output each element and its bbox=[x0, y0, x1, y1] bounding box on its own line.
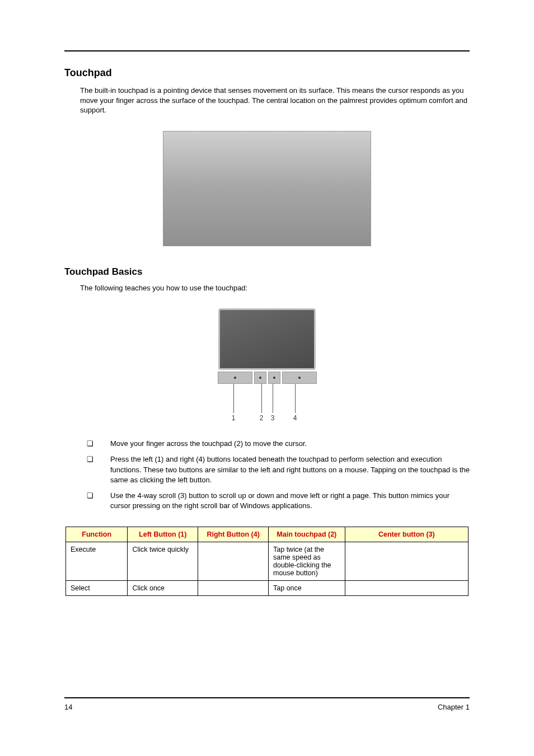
footer-divider bbox=[64, 697, 470, 698]
diagram-right-button bbox=[282, 372, 317, 384]
page-footer: 14 Chapter 1 bbox=[64, 697, 470, 711]
diagram-label-4: 4 bbox=[293, 414, 297, 422]
chapter-label: Chapter 1 bbox=[438, 703, 470, 711]
th-left-button: Left Button (1) bbox=[128, 527, 198, 542]
diagram-button-row bbox=[217, 372, 317, 384]
diagram-label-2: 2 bbox=[260, 414, 264, 422]
diagram-center-button-b bbox=[268, 372, 280, 384]
heading-touchpad-basics: Touchpad Basics bbox=[64, 266, 470, 278]
page: Touchpad The built-in touchpad is a poin… bbox=[0, 0, 534, 756]
diagram-label-1: 1 bbox=[232, 414, 236, 422]
th-function: Function bbox=[66, 527, 128, 542]
th-right-button: Right Button (4) bbox=[198, 527, 269, 542]
diagram-pointers: 1 2 3 4 bbox=[217, 384, 317, 423]
footer-row: 14 Chapter 1 bbox=[64, 703, 470, 711]
cell-center bbox=[345, 581, 468, 596]
table-row: Execute Click twice quickly Tap twice (a… bbox=[66, 542, 469, 581]
paragraph-touchpad-intro: The built-in touchpad is a pointing devi… bbox=[64, 86, 470, 115]
cell-main: Tap twice (at the same speed as double-c… bbox=[269, 542, 345, 581]
cell-function: Select bbox=[66, 581, 128, 596]
top-divider bbox=[64, 50, 470, 51]
figure-touchpad-photo bbox=[64, 131, 470, 246]
touchpad-function-table: Function Left Button (1) Right Button (4… bbox=[65, 527, 469, 596]
cell-left: Click once bbox=[128, 581, 198, 596]
th-main-touchpad: Main touchpad (2) bbox=[269, 527, 345, 542]
bullet-left-right: Press the left (1) and right (4) buttons… bbox=[80, 454, 470, 485]
cell-right bbox=[198, 542, 269, 581]
touchpad-basics-bullets: Move your finger across the touchpad (2)… bbox=[64, 439, 470, 511]
diagram-left-button bbox=[218, 372, 252, 384]
cell-main: Tap once bbox=[269, 581, 345, 596]
diagram-label-3: 3 bbox=[271, 414, 275, 422]
cell-left: Click twice quickly bbox=[128, 542, 198, 581]
bullet-move-cursor: Move your finger across the touchpad (2)… bbox=[80, 439, 470, 449]
paragraph-touchpad-basics-intro: The following teaches you how to use the… bbox=[64, 283, 470, 293]
diagram-touchpad-surface bbox=[218, 308, 316, 370]
diagram-center-button-a bbox=[254, 372, 266, 384]
bullet-4way-scroll: Use the 4-way scroll (3) button to scrol… bbox=[80, 491, 470, 511]
page-number: 14 bbox=[64, 703, 72, 711]
cell-right bbox=[198, 581, 269, 596]
heading-touchpad: Touchpad bbox=[64, 67, 470, 79]
table-row: Select Click once Tap once bbox=[66, 581, 469, 596]
touchpad-photo-placeholder bbox=[163, 131, 371, 246]
cell-center bbox=[345, 542, 468, 581]
th-center-button: Center button (3) bbox=[345, 527, 468, 542]
figure-touchpad-diagram: 1 2 3 4 bbox=[64, 308, 470, 423]
cell-function: Execute bbox=[66, 542, 128, 581]
touchpad-diagram: 1 2 3 4 bbox=[217, 308, 317, 423]
table-header-row: Function Left Button (1) Right Button (4… bbox=[66, 527, 469, 542]
